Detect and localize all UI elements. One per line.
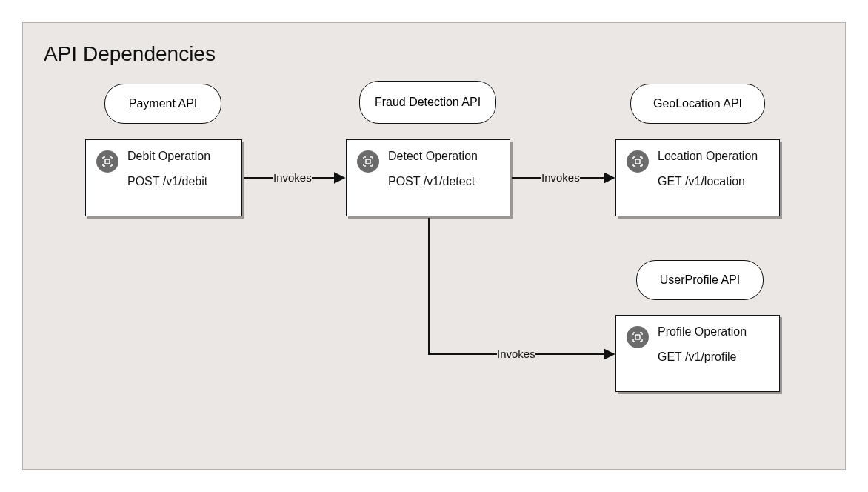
api-icon xyxy=(631,330,644,344)
svg-rect-2 xyxy=(635,159,640,164)
diagram-canvas: API Dependencies Payment API Fraud Detec… xyxy=(22,22,846,470)
operation-icon xyxy=(627,326,649,348)
api-icon xyxy=(631,155,644,168)
api-label: Fraud Detection API xyxy=(375,95,481,110)
svg-rect-1 xyxy=(366,159,370,164)
operation-box-detect: Detect Operation POST /v1/detect xyxy=(346,139,510,216)
operation-icon xyxy=(627,150,649,173)
operation-box-profile: Profile Operation GET /v1/profile xyxy=(615,315,780,392)
api-icon xyxy=(361,155,375,168)
operation-title: Location Operation xyxy=(658,149,758,164)
edge-label-invokes: Invokes xyxy=(273,171,312,184)
diagram-title: API Dependencies xyxy=(44,42,216,66)
svg-rect-0 xyxy=(105,159,110,164)
api-pill-geo: GeoLocation API xyxy=(630,84,765,124)
edge-label-invokes: Invokes xyxy=(497,348,535,360)
api-pill-profile: UserProfile API xyxy=(636,260,764,300)
operation-path: POST /v1/debit xyxy=(127,175,210,188)
operation-icon xyxy=(357,150,379,173)
operation-path: POST /v1/detect xyxy=(388,175,478,188)
svg-rect-3 xyxy=(635,335,640,339)
api-label: UserProfile API xyxy=(660,273,740,287)
api-label: GeoLocation API xyxy=(653,96,742,111)
operation-title: Detect Operation xyxy=(388,149,478,164)
api-pill-payment: Payment API xyxy=(104,84,221,124)
operation-box-debit: Debit Operation POST /v1/debit xyxy=(85,139,242,216)
operation-title: Debit Operation xyxy=(127,149,210,164)
edge-label-invokes: Invokes xyxy=(541,171,580,184)
operation-path: GET /v1/location xyxy=(658,175,758,188)
operation-box-location: Location Operation GET /v1/location xyxy=(615,139,780,216)
operation-icon xyxy=(96,150,118,173)
operation-title: Profile Operation xyxy=(658,325,747,340)
api-icon xyxy=(101,155,114,168)
operation-path: GET /v1/profile xyxy=(658,350,747,364)
api-label: Payment API xyxy=(129,96,198,111)
api-pill-fraud: Fraud Detection API xyxy=(359,81,496,124)
